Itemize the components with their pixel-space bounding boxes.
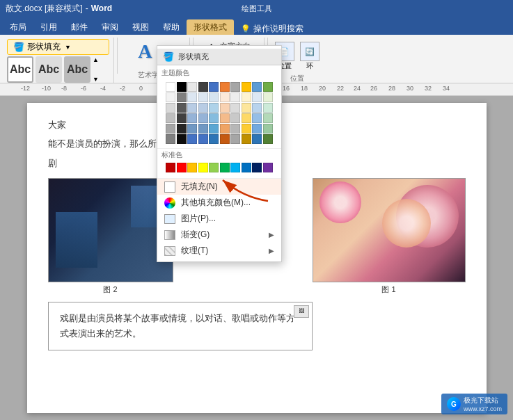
menu-item-texture[interactable]: 纹理(T) ▶: [157, 243, 281, 259]
tab-help[interactable]: 帮助: [156, 19, 187, 35]
tab-layout[interactable]: 布局: [3, 19, 33, 35]
standard-color-swatch[interactable]: [252, 163, 262, 172]
theme-color-swatch[interactable]: [166, 103, 175, 113]
theme-color-swatch[interactable]: [263, 124, 273, 134]
theme-color-swatch[interactable]: [209, 134, 219, 144]
theme-color-swatch[interactable]: [166, 82, 175, 92]
theme-color-swatch[interactable]: [242, 103, 251, 113]
standard-color-swatch[interactable]: [220, 163, 230, 172]
image-right-caption: 图 1: [313, 284, 466, 295]
theme-color-swatch[interactable]: [177, 134, 187, 144]
theme-color-swatch[interactable]: [187, 113, 197, 123]
theme-color-swatch[interactable]: [209, 82, 219, 92]
shape-fill-button[interactable]: 🪣 形状填充 ▼: [7, 39, 109, 55]
dropdown-icon[interactable]: ▼: [93, 76, 99, 83]
standard-color-swatch[interactable]: [209, 163, 219, 172]
theme-color-swatch[interactable]: [242, 82, 251, 92]
app-name: Word: [91, 3, 112, 13]
theme-color-swatch[interactable]: [263, 113, 273, 123]
theme-color-swatch[interactable]: [263, 103, 273, 113]
theme-color-swatch[interactable]: [220, 113, 230, 123]
theme-color-swatch[interactable]: [242, 134, 251, 144]
shape-style-3[interactable]: Abc: [64, 56, 90, 83]
theme-color-swatch[interactable]: [230, 103, 240, 113]
tab-shape-format[interactable]: 形状格式: [187, 19, 234, 35]
theme-color-swatch[interactable]: [242, 113, 251, 123]
theme-color-swatch[interactable]: [187, 92, 197, 102]
wrap-btn[interactable]: 🔄 环: [300, 42, 319, 71]
title-bar: 散文.docx [兼容模式] - Word 绘图工具: [0, 0, 513, 17]
ribbon-tabs: 布局 引用 邮件 审阅 视图 帮助 形状格式 💡 操作说明搜索: [0, 17, 513, 35]
theme-color-swatch[interactable]: [166, 113, 175, 123]
standard-color-swatch[interactable]: [187, 163, 197, 172]
tab-mail[interactable]: 邮件: [64, 19, 95, 35]
theme-color-swatch[interactable]: [252, 92, 262, 102]
theme-color-swatch[interactable]: [166, 92, 175, 102]
color-wheel-icon: [164, 197, 175, 209]
theme-color-swatch[interactable]: [198, 124, 208, 134]
theme-color-swatch[interactable]: [177, 103, 187, 113]
theme-color-swatch[interactable]: [230, 113, 240, 123]
shape-style-1[interactable]: Abc: [7, 56, 33, 83]
shape-style-2[interactable]: Abc: [35, 56, 62, 83]
dropdown-header-label: 形状填充: [178, 51, 209, 62]
theme-color-swatch[interactable]: [209, 92, 219, 102]
theme-color-swatch[interactable]: [187, 124, 197, 134]
theme-color-swatch[interactable]: [177, 82, 187, 92]
theme-color-swatch[interactable]: [252, 103, 262, 113]
theme-color-swatch[interactable]: [252, 113, 262, 123]
theme-color-swatch[interactable]: [252, 124, 262, 134]
theme-color-swatch[interactable]: [209, 124, 219, 134]
tab-view[interactable]: 视图: [125, 19, 156, 35]
search-label[interactable]: 操作说明搜索: [253, 23, 303, 35]
theme-color-swatch[interactable]: [263, 82, 273, 92]
theme-color-swatch[interactable]: [230, 124, 240, 134]
theme-color-swatch[interactable]: [209, 103, 219, 113]
tab-reference[interactable]: 引用: [33, 19, 64, 35]
theme-color-swatch[interactable]: [177, 113, 187, 123]
theme-colors-grid: [161, 79, 277, 147]
theme-color-swatch[interactable]: [252, 82, 262, 92]
dropdown-header: 🪣 形状填充: [157, 49, 281, 65]
theme-color-swatch[interactable]: [187, 82, 197, 92]
standard-color-swatch[interactable]: [230, 163, 240, 172]
theme-color-swatch[interactable]: [242, 124, 251, 134]
standard-color-swatch[interactable]: [198, 163, 208, 172]
standard-color-swatch[interactable]: [263, 163, 273, 172]
theme-color-swatch[interactable]: [230, 92, 240, 102]
theme-color-swatch[interactable]: [177, 124, 187, 134]
theme-color-swatch[interactable]: [198, 82, 208, 92]
standard-color-swatch[interactable]: [242, 163, 251, 172]
theme-color-swatch[interactable]: [198, 92, 208, 102]
menu-item-more-colors[interactable]: 其他填充颜色(M)...: [157, 195, 281, 211]
theme-color-swatch[interactable]: [187, 103, 197, 113]
menu-item-gradient[interactable]: 渐变(G) ▶: [157, 227, 281, 243]
menu-item-no-fill[interactable]: 无填充(N): [157, 179, 281, 195]
theme-color-swatch[interactable]: [220, 103, 230, 113]
watermark-logo: G: [447, 397, 461, 411]
theme-color-swatch[interactable]: [198, 134, 208, 144]
theme-color-swatch[interactable]: [187, 134, 197, 144]
theme-color-swatch[interactable]: [166, 134, 175, 144]
theme-color-swatch[interactable]: [220, 92, 230, 102]
theme-color-swatch[interactable]: [242, 92, 251, 102]
theme-color-swatch[interactable]: [252, 134, 262, 144]
theme-color-swatch[interactable]: [209, 113, 219, 123]
theme-color-swatch[interactable]: [220, 82, 230, 92]
theme-color-swatch[interactable]: [230, 134, 240, 144]
theme-color-swatch[interactable]: [220, 134, 230, 144]
standard-color-swatch[interactable]: [177, 163, 187, 172]
scroll-up-icon[interactable]: ▲: [93, 56, 99, 63]
theme-color-swatch[interactable]: [198, 103, 208, 113]
theme-color-swatch[interactable]: [230, 82, 240, 92]
theme-color-swatch[interactable]: [166, 124, 175, 134]
tab-review[interactable]: 审阅: [95, 19, 125, 35]
theme-color-swatch[interactable]: [177, 92, 187, 102]
theme-color-swatch[interactable]: [220, 124, 230, 134]
standard-color-swatch[interactable]: [166, 163, 175, 172]
theme-color-swatch[interactable]: [263, 92, 273, 102]
image-left-caption: 图 2: [48, 284, 173, 295]
menu-item-picture[interactable]: 图片(P)...: [157, 211, 281, 227]
theme-color-swatch[interactable]: [263, 134, 273, 144]
theme-color-swatch[interactable]: [198, 113, 208, 123]
